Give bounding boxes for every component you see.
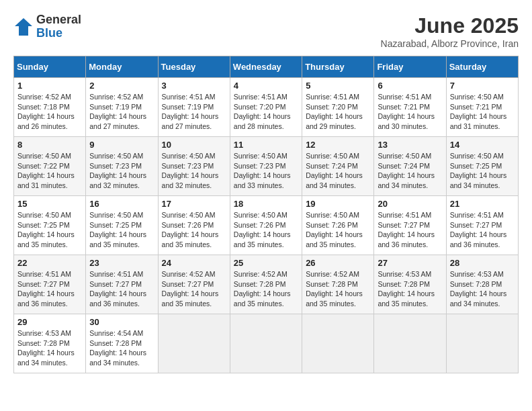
logo: General Blue (13, 13, 81, 40)
day-4: 4 Sunrise: 4:51 AMSunset: 7:20 PMDayligh… (230, 78, 302, 137)
col-friday: Friday (374, 56, 446, 78)
month-title: June 2025 (381, 13, 519, 38)
day-10: 10 Sunrise: 4:50 AMSunset: 7:23 PMDaylig… (158, 137, 230, 196)
day-20: 20 Sunrise: 4:51 AMSunset: 7:27 PMDaylig… (374, 196, 446, 255)
day-18: 18 Sunrise: 4:50 AMSunset: 7:26 PMDaylig… (230, 196, 302, 255)
day-8: 8 Sunrise: 4:50 AMSunset: 7:22 PMDayligh… (14, 137, 86, 196)
col-sunday: Sunday (14, 56, 86, 78)
day-29: 29 Sunrise: 4:53 AMSunset: 7:28 PMDaylig… (14, 314, 86, 373)
day-7: 7 Sunrise: 4:50 AMSunset: 7:21 PMDayligh… (446, 78, 518, 137)
logo-icon (13, 17, 34, 37)
day-1: 1 Sunrise: 4:52 AMSunset: 7:18 PMDayligh… (14, 78, 86, 137)
day-12: 12 Sunrise: 4:50 AMSunset: 7:24 PMDaylig… (302, 137, 374, 196)
svg-marker-0 (15, 18, 32, 36)
page-header: General Blue June 2025 Nazarabad, Alborz… (13, 13, 519, 49)
empty-cell-2 (230, 314, 302, 373)
day-17: 17 Sunrise: 4:50 AMSunset: 7:26 PMDaylig… (158, 196, 230, 255)
empty-cell-4 (374, 314, 446, 373)
day-21: 21 Sunrise: 4:51 AMSunset: 7:27 PMDaylig… (446, 196, 518, 255)
logo-text: General Blue (36, 13, 81, 40)
col-saturday: Saturday (446, 56, 518, 78)
day-24: 24 Sunrise: 4:52 AMSunset: 7:27 PMDaylig… (158, 255, 230, 314)
empty-cell-3 (302, 314, 374, 373)
col-tuesday: Tuesday (158, 56, 230, 78)
day-27: 27 Sunrise: 4:53 AMSunset: 7:28 PMDaylig… (374, 255, 446, 314)
day-23: 23 Sunrise: 4:51 AMSunset: 7:27 PMDaylig… (86, 255, 158, 314)
day-14: 14 Sunrise: 4:50 AMSunset: 7:25 PMDaylig… (446, 137, 518, 196)
calendar-table: Sunday Monday Tuesday Wednesday Thursday… (13, 56, 519, 373)
day-25: 25 Sunrise: 4:52 AMSunset: 7:28 PMDaylig… (230, 255, 302, 314)
col-monday: Monday (86, 56, 158, 78)
day-3: 3 Sunrise: 4:51 AMSunset: 7:19 PMDayligh… (158, 78, 230, 137)
day-6: 6 Sunrise: 4:51 AMSunset: 7:21 PMDayligh… (374, 78, 446, 137)
logo-blue: Blue (36, 27, 81, 40)
day-22: 22 Sunrise: 4:51 AMSunset: 7:27 PMDaylig… (14, 255, 86, 314)
col-thursday: Thursday (302, 56, 374, 78)
day-30: 30 Sunrise: 4:54 AMSunset: 7:28 PMDaylig… (86, 314, 158, 373)
title-section: June 2025 Nazarabad, Alborz Province, Ir… (381, 13, 519, 49)
day-26: 26 Sunrise: 4:52 AMSunset: 7:28 PMDaylig… (302, 255, 374, 314)
day-28: 28 Sunrise: 4:53 AMSunset: 7:28 PMDaylig… (446, 255, 518, 314)
week-row-5: 29 Sunrise: 4:53 AMSunset: 7:28 PMDaylig… (14, 314, 519, 373)
day-5: 5 Sunrise: 4:51 AMSunset: 7:20 PMDayligh… (302, 78, 374, 137)
week-row-1: 1 Sunrise: 4:52 AMSunset: 7:18 PMDayligh… (14, 78, 519, 137)
week-row-2: 8 Sunrise: 4:50 AMSunset: 7:22 PMDayligh… (14, 137, 519, 196)
empty-cell-5 (446, 314, 518, 373)
day-19: 19 Sunrise: 4:50 AMSunset: 7:26 PMDaylig… (302, 196, 374, 255)
empty-cell-1 (158, 314, 230, 373)
day-13: 13 Sunrise: 4:50 AMSunset: 7:24 PMDaylig… (374, 137, 446, 196)
logo-general: General (36, 13, 81, 27)
day-15: 15 Sunrise: 4:50 AMSunset: 7:25 PMDaylig… (14, 196, 86, 255)
day-2: 2 Sunrise: 4:52 AMSunset: 7:19 PMDayligh… (86, 78, 158, 137)
location: Nazarabad, Alborz Province, Iran (381, 38, 519, 49)
col-wednesday: Wednesday (230, 56, 302, 78)
day-16: 16 Sunrise: 4:50 AMSunset: 7:25 PMDaylig… (86, 196, 158, 255)
day-11: 11 Sunrise: 4:50 AMSunset: 7:23 PMDaylig… (230, 137, 302, 196)
day-9: 9 Sunrise: 4:50 AMSunset: 7:23 PMDayligh… (86, 137, 158, 196)
week-row-4: 22 Sunrise: 4:51 AMSunset: 7:27 PMDaylig… (14, 255, 519, 314)
week-row-3: 15 Sunrise: 4:50 AMSunset: 7:25 PMDaylig… (14, 196, 519, 255)
